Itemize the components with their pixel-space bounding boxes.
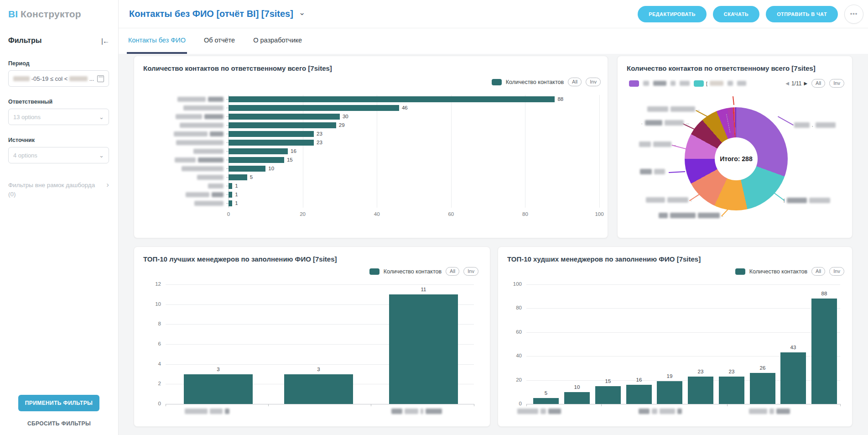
chart-card-contacts-by-owner-donut: Количество контактов по ответственному в… (617, 56, 852, 238)
anonymized-text-blob (698, 213, 720, 218)
bar (229, 183, 232, 189)
bar (780, 352, 806, 404)
x-tick-label: 0 (227, 211, 230, 217)
anonymized-category-blob (186, 192, 209, 197)
legend-all-button[interactable]: All (446, 267, 459, 276)
x-tick-label: 20 (300, 211, 306, 217)
bar-value-label: 46 (402, 105, 408, 111)
legend-inv-button[interactable]: Inv (463, 267, 478, 276)
anonymized-category-blob (210, 131, 223, 136)
reset-filters-button[interactable]: СБРОСИТЬ ФИЛЬТРЫ (0, 420, 118, 427)
source-select[interactable]: 4 options ⌄ (8, 147, 109, 163)
leader-line (769, 189, 785, 201)
collapse-sidebar-icon[interactable]: |← (101, 37, 109, 45)
axis-tick (474, 404, 474, 406)
x-axis-line (526, 404, 840, 404)
y-tick-label: 0 (145, 401, 161, 406)
bar (564, 392, 590, 404)
anonymized-label: , (794, 122, 836, 128)
tab-about-report[interactable]: Об отчёте (203, 28, 236, 54)
legend-all-button[interactable]: All (811, 267, 825, 276)
legend-swatch (735, 268, 745, 275)
label-fragment: | (784, 198, 785, 203)
anonymized-category-blob (204, 114, 223, 119)
anonymized-label (640, 169, 665, 174)
period-range-input[interactable]: -05-19 ≤ col < ... (8, 70, 109, 87)
more-options-button[interactable]: ••• (844, 5, 863, 24)
leader-line (726, 114, 730, 132)
chart-card-top10-worst-managers: ТОП-10 худших менеджеров по заполнению Ф… (498, 246, 852, 427)
bar (595, 386, 621, 404)
anonymized-x-label (391, 409, 442, 414)
filter-label-owner: Ответственный (8, 99, 109, 105)
bar (389, 294, 458, 404)
chart-legend: Количество контактов All Inv (492, 78, 601, 86)
bar (626, 385, 652, 404)
topbar-main: Контакты без ФИО [отчёт BI] [7sites] ⌄ Р… (119, 0, 868, 28)
content: Контакты без ФИО Об отчёте О разработчик… (119, 28, 868, 435)
bar (184, 374, 253, 404)
leader-line (733, 96, 734, 105)
leader-line (778, 116, 794, 126)
bar-value-label: 26 (750, 365, 775, 371)
bar-row: 5 (229, 173, 599, 182)
anonymized-category-blob (180, 123, 223, 128)
chevron-right-icon: › (106, 181, 109, 199)
legend-all-button[interactable]: All (568, 78, 582, 86)
y-tick-label: 80 (505, 305, 522, 310)
anonymized-text-blob (659, 213, 668, 218)
bar-value-label: 11 (389, 287, 458, 292)
anonymized-category-blob (176, 140, 223, 145)
bar-value-label: 23 (317, 131, 322, 137)
bar (750, 373, 775, 404)
legend-swatch (369, 268, 379, 275)
tab-contacts-without-name[interactable]: Контакты без ФИО (127, 28, 187, 54)
x-axis-line (166, 404, 474, 404)
category-label-row (134, 164, 227, 173)
download-button[interactable]: СКАЧАТЬ (713, 6, 759, 22)
anonymized-text-blob (639, 142, 651, 147)
bar (657, 381, 682, 404)
chevron-down-icon: ⌄ (99, 114, 104, 121)
chart-card-contacts-by-owner-bars: Количество контактов по ответственному в… (134, 56, 608, 238)
y-tick-label: 2 (145, 381, 161, 386)
category-label-row (134, 121, 227, 130)
anonymized-text-blob (749, 409, 767, 414)
category-label-row (134, 138, 227, 147)
owner-select[interactable]: 13 options ⌄ (8, 109, 109, 125)
anonymized-text-blob (639, 409, 650, 414)
bar (719, 377, 744, 404)
anonymized-label: .... (641, 120, 689, 126)
edit-button[interactable]: РЕДАКТИРОВАТЬ (638, 6, 706, 22)
bar-value-label: 10 (268, 166, 274, 172)
anonymized-text-blob (653, 142, 671, 147)
legend-inv-button[interactable]: Inv (586, 78, 601, 86)
gridline (526, 308, 840, 309)
logo-name: Конструктор (21, 9, 81, 20)
tab-about-developer[interactable]: О разработчике (252, 28, 303, 54)
bar-value-label: 19 (657, 373, 682, 379)
x-tick-label: 40 (374, 211, 380, 217)
anonymized-label: . (646, 197, 692, 203)
report-title-dropdown[interactable]: Контакты без ФИО [отчёт BI] [7sites] ⌄ (129, 9, 305, 19)
bar (284, 374, 353, 404)
outer-filters-link[interactable]: Фильтры вне рамок дашборда (0) › (8, 181, 109, 199)
anonymized-text-blob (405, 409, 418, 414)
send-to-chat-button[interactable]: ОТПРАВИТЬ В ЧАТ (766, 6, 838, 22)
bar (229, 157, 284, 163)
bar-value-label: 3 (284, 367, 353, 372)
apply-filters-button[interactable]: ПРИМЕНИТЬ ФИЛЬТРЫ (18, 395, 99, 411)
donut-labels-layer: ..........,| (618, 56, 852, 238)
app-logo: BI Конструктор (0, 0, 119, 28)
category-labels-anonymized (134, 95, 227, 208)
legend-inv-button[interactable]: Inv (829, 267, 844, 276)
chart-legend: Количество контактов All Inv (735, 267, 844, 276)
anonymized-label: .. (639, 142, 676, 147)
vertical-bar-plot: 0204060801005101516192323264388 (526, 284, 840, 404)
anonymized-category-blob (176, 114, 202, 119)
bar-row: 23 (229, 130, 599, 138)
category-label-row (134, 130, 227, 138)
axis-tick (840, 404, 841, 406)
anonymized-text-blob (809, 198, 830, 203)
axis-tick (526, 404, 527, 406)
